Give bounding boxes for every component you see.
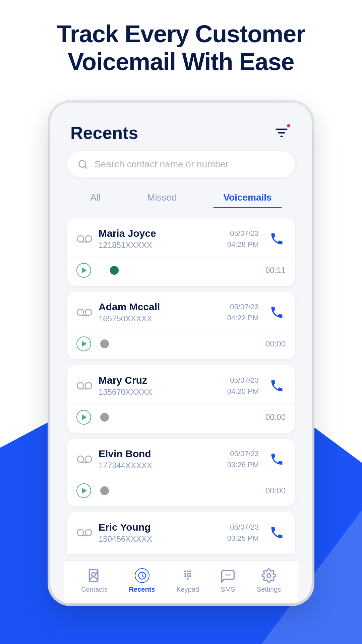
- contact-name: Adam Mccall: [99, 301, 221, 313]
- phone-screen: Recents Search contact name or number: [64, 119, 298, 603]
- call-button[interactable]: [268, 524, 286, 541]
- nav-label-settings: Settings: [257, 586, 281, 593]
- card-top-row: Maria Joyce 121851XXXXX 05/07/23 04:28 P…: [76, 228, 286, 250]
- audio-player: 00:11: [76, 263, 286, 278]
- card-divider: [67, 477, 295, 477]
- call-button[interactable]: [268, 377, 286, 394]
- svg-point-1: [77, 235, 83, 242]
- contact-number: 165750XXXXX: [99, 314, 221, 323]
- svg-point-32: [227, 574, 229, 576]
- nav-item-recents[interactable]: Recents: [129, 568, 155, 593]
- tabs-row: All Missed Voicemails: [67, 187, 295, 208]
- tab-voicemails[interactable]: Voicemails: [213, 187, 282, 208]
- call-icon: [269, 231, 284, 246]
- svg-point-34: [267, 574, 270, 577]
- svg-point-28: [187, 575, 189, 577]
- voicemail-card: Elvin Bond 177344XXXXX 05/07/23 03:26 PM: [67, 439, 295, 506]
- svg-point-25: [187, 573, 189, 575]
- card-top-row: Mary Cruz 135670XXXXX 05/07/23 04:20 PM: [76, 375, 286, 397]
- svg-point-22: [187, 570, 189, 572]
- recents-icon: [137, 571, 147, 580]
- sms-icon: [221, 568, 235, 583]
- contact-name: Eric Young: [99, 522, 221, 533]
- call-icon: [269, 525, 284, 540]
- svg-point-26: [189, 573, 191, 575]
- svg-point-5: [85, 309, 92, 315]
- play-icon: [82, 414, 87, 420]
- contacts-icon: [87, 568, 102, 583]
- search-icon: [77, 159, 88, 170]
- play-icon: [82, 488, 87, 494]
- svg-point-14: [85, 529, 92, 536]
- audio-player: 00:00: [76, 410, 286, 425]
- contact-number: 121851XXXXX: [99, 240, 221, 250]
- progress-thumb: [110, 266, 119, 275]
- call-date: 05/07/23 04:22 PM: [227, 301, 259, 323]
- search-bar[interactable]: Search contact name or number: [67, 151, 295, 177]
- contact-info: Eric Young 150456XXXXX: [99, 522, 221, 544]
- progress-thumb: [100, 339, 109, 348]
- search-placeholder: Search contact name or number: [95, 159, 229, 170]
- contact-name: Maria Joyce: [99, 228, 221, 239]
- play-button[interactable]: [76, 483, 91, 498]
- audio-player: 00:00: [76, 336, 286, 351]
- tab-missed[interactable]: Missed: [137, 187, 187, 208]
- nav-label-recents: Recents: [129, 586, 155, 593]
- keypad-icon: [180, 568, 195, 583]
- recents-icon-circle: [135, 568, 149, 583]
- call-button[interactable]: [268, 230, 286, 248]
- nav-item-settings[interactable]: Settings: [257, 568, 281, 593]
- contact-info: Adam Mccall 165750XXXXX: [99, 301, 221, 323]
- svg-point-11: [85, 456, 92, 462]
- svg-point-33: [229, 574, 231, 576]
- svg-point-24: [184, 573, 186, 575]
- filter-active-dot: [286, 123, 291, 128]
- card-divider: [67, 257, 295, 257]
- svg-point-21: [184, 570, 186, 572]
- svg-point-29: [189, 575, 191, 577]
- voicemail-list: Maria Joyce 121851XXXXX 05/07/23 04:28 P…: [64, 215, 298, 554]
- svg-point-4: [77, 309, 83, 315]
- svg-point-31: [226, 574, 227, 576]
- tab-all[interactable]: All: [80, 187, 111, 208]
- play-button[interactable]: [76, 336, 91, 351]
- contact-name: Mary Cruz: [99, 375, 221, 386]
- voicemail-indicator-icon: [76, 231, 93, 247]
- audio-duration: 00:11: [262, 266, 286, 275]
- play-icon: [82, 267, 87, 273]
- svg-point-0: [79, 160, 86, 167]
- card-top-row: Elvin Bond 177344XXXXX 05/07/23 03:26 PM: [76, 448, 286, 470]
- call-date: 05/07/23 04:28 PM: [227, 228, 259, 250]
- call-date: 05/07/23 03:26 PM: [227, 448, 259, 470]
- audio-duration: 00:00: [262, 413, 286, 422]
- progress-thumb: [100, 413, 109, 422]
- voicemail-indicator-icon: [76, 378, 93, 394]
- nav-item-sms[interactable]: SMS: [221, 568, 235, 593]
- svg-point-13: [77, 529, 83, 536]
- phone-mockup-container: Recents Search contact name or number: [0, 103, 362, 603]
- contact-info: Elvin Bond 177344XXXXX: [99, 448, 221, 470]
- play-button[interactable]: [76, 263, 91, 278]
- call-button[interactable]: [268, 304, 286, 321]
- call-date: 05/07/23 03:25 PM: [227, 522, 259, 544]
- nav-label-contacts: Contacts: [81, 586, 108, 593]
- svg-point-17: [92, 572, 96, 576]
- settings-icon: [261, 568, 276, 583]
- call-icon: [269, 305, 284, 320]
- filter-icon: [275, 126, 289, 140]
- nav-item-keypad[interactable]: Keypad: [176, 568, 199, 593]
- screen-title: Recents: [70, 123, 138, 143]
- svg-point-23: [189, 570, 191, 572]
- audio-duration: 00:00: [262, 486, 286, 495]
- recents-header: Recents: [64, 119, 298, 151]
- svg-point-10: [77, 456, 83, 462]
- call-button[interactable]: [268, 450, 286, 468]
- play-button[interactable]: [76, 410, 91, 425]
- card-divider: [67, 330, 295, 330]
- voicemail-indicator-icon: [76, 525, 93, 541]
- audio-duration: 00:00: [262, 339, 286, 348]
- nav-item-contacts[interactable]: Contacts: [81, 568, 108, 593]
- contact-number: 135670XXXXX: [99, 387, 221, 397]
- filter-button[interactable]: [272, 123, 292, 143]
- svg-point-2: [85, 235, 92, 242]
